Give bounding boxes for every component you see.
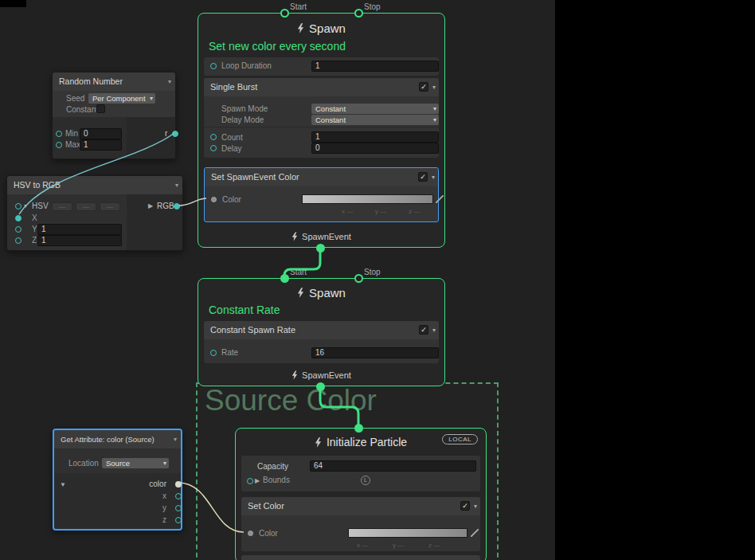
node-header[interactable]: HSV to RGB ▾ (7, 176, 182, 194)
context-spawn-1[interactable]: Start Stop Spawn Set new color every sec… (198, 13, 445, 248)
z-output-port[interactable] (175, 517, 182, 523)
local-bounds-icon[interactable]: L (361, 476, 370, 485)
color-y-subfield: y — (393, 542, 404, 549)
delay-mode-label: Delay Mode (221, 116, 264, 124)
block-set-spawnevent-color[interactable]: Set SpawnEvent Color ✓ ▾ Color x — y — z… (204, 167, 439, 222)
context-title-row: Spawn (198, 283, 444, 302)
local-space-badge[interactable]: LOCAL (442, 434, 478, 444)
max-field[interactable]: 1 (80, 139, 122, 151)
block-header[interactable]: Constant Spawn Rate (204, 321, 439, 339)
min-field[interactable]: 0 (80, 128, 122, 139)
location-label: Location (68, 459, 99, 468)
chevron-down-icon[interactable]: ▾ (168, 72, 171, 91)
count-field[interactable]: 1 (311, 131, 439, 143)
rate-field[interactable]: 16 (311, 347, 439, 358)
seed-dropdown[interactable]: Per Component ▾ (88, 93, 155, 104)
color-gradient-field[interactable] (348, 528, 467, 538)
block-header[interactable]: Set SpawnEvent Color (205, 168, 438, 186)
max-port[interactable] (56, 142, 62, 148)
context-spawn-2[interactable]: Start Stop Spawn Constant Rate Constant … (198, 278, 445, 386)
node-title: HSV to RGB (14, 180, 61, 190)
loop-duration-port[interactable] (210, 63, 217, 69)
constant-checkbox[interactable] (96, 104, 105, 113)
block-settings[interactable]: Capacity 64 ▶ Bounds L (241, 456, 480, 491)
rate-label: Rate (221, 348, 238, 357)
expander-triangle-icon[interactable]: ▼ (60, 481, 66, 488)
enabled-checkbox[interactable]: ✓ (418, 172, 428, 182)
color-port[interactable] (211, 197, 217, 202)
hsv-port[interactable] (15, 203, 22, 210)
location-value: Source (106, 459, 130, 468)
node-header[interactable]: Random Number ▾ (53, 72, 175, 91)
outputs-area: ▼ color x y z (54, 473, 181, 529)
spawnevent-flow-port[interactable] (316, 244, 325, 253)
y-field[interactable]: 1 (37, 224, 122, 235)
node-random-number[interactable]: Random Number ▾ Seed Per Component ▾ Con… (52, 72, 176, 159)
block-header[interactable]: Single Burst (204, 78, 439, 96)
rate-port[interactable] (210, 350, 217, 356)
group-title[interactable]: Source Color (205, 384, 377, 417)
capacity-field[interactable]: 64 (310, 460, 476, 472)
location-dropdown[interactable]: Source ▾ (102, 458, 169, 468)
delay-mode-dropdown[interactable]: Constant ▾ (311, 115, 439, 125)
collapse-chevron-icon[interactable]: ▾ (432, 84, 436, 91)
stop-flow-port[interactable] (354, 274, 363, 283)
delay-field[interactable]: 0 (311, 143, 439, 154)
canvas-corner-mask (0, 0, 26, 7)
y-port[interactable] (15, 226, 22, 233)
stop-flow-port[interactable] (354, 9, 363, 18)
start-flow-port[interactable] (280, 9, 289, 18)
node-get-attribute-color[interactable]: Get Attribute: color (Source) ▾ Location… (53, 429, 182, 531)
x-output-port[interactable] (175, 493, 182, 499)
z-field[interactable]: 1 (37, 235, 122, 246)
enabled-checkbox[interactable]: ✓ (460, 501, 470, 511)
spawnevent-flow-port[interactable] (316, 382, 325, 391)
input-flow-port[interactable] (354, 424, 363, 433)
block-set-color[interactable]: Set Color ✓ ▾ Color x — y — z — (241, 497, 480, 551)
count-port[interactable] (210, 134, 217, 140)
node-title: Random Number (59, 76, 123, 86)
bounds-port[interactable] (247, 478, 253, 484)
block-header[interactable]: Set Color (241, 497, 480, 515)
node-header[interactable]: Get Attribute: color (Source) ▾ (54, 430, 181, 448)
enabled-checkbox[interactable]: ✓ (419, 82, 428, 92)
r-output-port[interactable] (172, 131, 178, 137)
min-label: Min (65, 129, 78, 138)
spawn-mode-label: Spawn Mode (221, 104, 268, 113)
color-port[interactable] (248, 531, 253, 536)
collapse-chevron-icon[interactable]: ▾ (432, 327, 436, 334)
spawn-mode-dropdown[interactable]: Constant ▾ (311, 104, 439, 114)
block-constant-spawn-rate[interactable]: Constant Spawn Rate ✓ ▾ Rate 16 (204, 321, 439, 363)
collapse-chevron-icon[interactable]: ▾ (432, 174, 435, 181)
lightning-bolt-icon (315, 437, 322, 448)
color-x-subfield: x — (342, 208, 353, 215)
enabled-checkbox[interactable]: ✓ (419, 325, 428, 335)
delay-port[interactable] (210, 145, 217, 151)
min-port[interactable] (56, 131, 62, 137)
context-initialize-particle[interactable]: Initialize Particle LOCAL Capacity 64 ▶ … (235, 428, 487, 560)
x-port[interactable] (15, 215, 22, 221)
stop-port-label: Stop (364, 2, 381, 11)
block-single-burst[interactable]: Single Burst ✓ ▾ Spawn Mode Constant ▾ D… (204, 78, 439, 158)
graph-canvas[interactable]: Source Color Random Number ▾ Seed Per Co… (0, 0, 555, 560)
y-output-port[interactable] (175, 505, 182, 511)
z-port[interactable] (15, 237, 22, 244)
context-subtitle[interactable]: Set new color every second (209, 40, 346, 53)
chevron-down-icon[interactable]: ▾ (175, 176, 178, 194)
color-output-port[interactable] (175, 481, 182, 488)
node-hsv-to-rgb[interactable]: HSV to RGB ▾ ▾ HSV — — — X Y 1 Z 1 ▶ RGB (6, 175, 183, 251)
triangle-right-icon[interactable]: ▶ (255, 477, 260, 484)
hsv-y-dim-field: — (76, 202, 96, 211)
context-subtitle[interactable]: Constant Rate (209, 303, 280, 316)
loop-duration-field[interactable]: 1 (311, 61, 439, 72)
block-next-cutoff[interactable] (241, 555, 480, 560)
foldout-chevron-icon[interactable]: ▾ (24, 202, 27, 210)
block-loop-duration[interactable]: Loop Duration 1 (204, 57, 439, 76)
collapse-chevron-icon[interactable]: ▾ (474, 503, 477, 510)
start-flow-port[interactable] (280, 274, 289, 283)
gradient-picker-icon[interactable] (436, 195, 444, 203)
chevron-down-icon[interactable]: ▾ (174, 430, 177, 448)
rgb-output-port[interactable] (174, 203, 180, 210)
color-gradient-field[interactable] (302, 194, 433, 204)
gradient-picker-icon[interactable] (471, 529, 479, 537)
